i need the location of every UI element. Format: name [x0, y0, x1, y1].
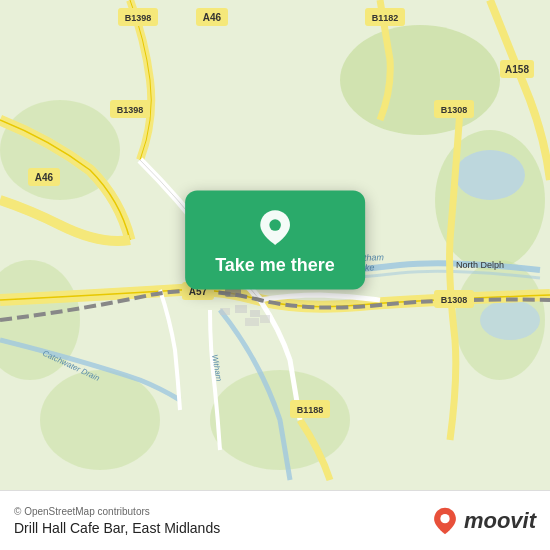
svg-rect-38	[260, 315, 270, 323]
svg-text:North Delph: North Delph	[456, 260, 504, 270]
svg-text:B1182: B1182	[372, 13, 399, 23]
svg-text:B1398: B1398	[117, 105, 144, 115]
location-info: © OpenStreetMap contributors Drill Hall …	[14, 506, 220, 536]
take-me-there-button[interactable]: Take me there	[185, 191, 365, 290]
svg-text:B1188: B1188	[297, 405, 324, 415]
svg-point-1	[340, 25, 500, 135]
bottom-bar: © OpenStreetMap contributors Drill Hall …	[0, 490, 550, 550]
svg-text:A46: A46	[35, 172, 54, 183]
svg-point-41	[269, 219, 281, 231]
moovit-text: moovit	[464, 508, 536, 534]
cta-label-text: Take me there	[215, 255, 335, 276]
svg-point-8	[455, 150, 525, 200]
svg-rect-36	[250, 310, 260, 317]
svg-rect-35	[235, 305, 247, 313]
svg-text:A158: A158	[505, 64, 529, 75]
svg-text:A46: A46	[203, 12, 222, 23]
svg-text:B1308: B1308	[441, 105, 468, 115]
location-pin-icon	[256, 209, 294, 247]
svg-point-42	[440, 514, 449, 523]
svg-rect-37	[245, 318, 259, 326]
svg-point-7	[40, 370, 160, 470]
svg-text:B1398: B1398	[125, 13, 152, 23]
copyright-text: © OpenStreetMap contributors	[14, 506, 220, 517]
location-name: Drill Hall Cafe Bar, East Midlands	[14, 520, 220, 536]
svg-point-9	[480, 300, 540, 340]
svg-rect-39	[220, 308, 230, 315]
svg-text:B1308: B1308	[441, 295, 468, 305]
moovit-logo: moovit	[431, 507, 536, 535]
map-view: A46 A57 B1398 B1398 A46 B1182 A158 B1308…	[0, 0, 550, 490]
moovit-pin-icon	[431, 507, 459, 535]
